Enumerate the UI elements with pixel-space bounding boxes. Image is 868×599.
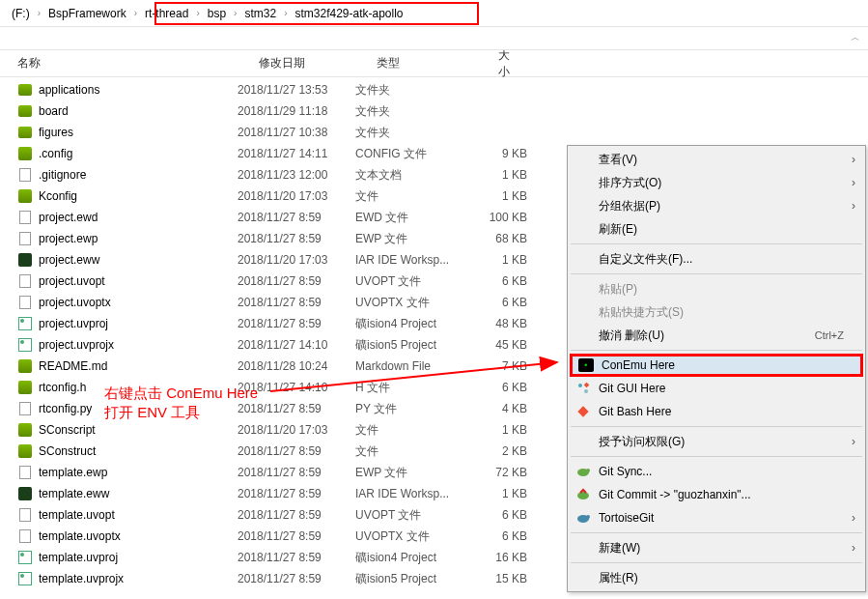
breadcrumb-drive[interactable]: (F:) <box>8 5 34 22</box>
file-icon <box>17 337 33 353</box>
file-date: 2018/11/27 8:59 <box>238 402 355 415</box>
file-size: 6 KB <box>469 529 527 543</box>
file-type: IAR IDE Worksp... <box>355 253 469 267</box>
file-icon <box>17 571 33 586</box>
menu-git-sync[interactable]: Git Sync... <box>570 460 863 483</box>
file-date: 2018/11/27 8:59 <box>238 296 355 309</box>
file-icon <box>17 273 33 289</box>
file-name-label: template.uvproj <box>39 551 118 564</box>
file-date: 2018/11/27 8:59 <box>238 444 355 458</box>
chevron-right-icon: › <box>196 8 199 18</box>
breadcrumb-item[interactable]: rt-thread <box>141 5 192 22</box>
breadcrumb: (F:) › BspFramework › rt-thread › bsp › … <box>0 0 868 27</box>
file-size: 2 KB <box>469 444 527 458</box>
chevron-right-icon: › <box>134 8 137 18</box>
file-icon <box>17 465 33 480</box>
file-name-label: rtconfig.py <box>39 402 92 415</box>
file-name-label: template.uvopt <box>39 508 115 522</box>
file-type: CONFIG 文件 <box>355 146 469 162</box>
file-name-label: project.uvopt <box>39 274 105 288</box>
file-icon <box>17 188 33 204</box>
file-date: 2018/11/23 12:00 <box>238 168 355 182</box>
header-name[interactable]: 名称 <box>17 55 259 71</box>
menu-git-bash[interactable]: Git Bash Here <box>570 400 863 423</box>
file-name-label: figures <box>39 126 73 139</box>
tortoise-icon <box>575 488 591 501</box>
menu-undo[interactable]: 撤消 删除(U)Ctrl+Z <box>570 324 863 347</box>
file-type: UVOPTX 文件 <box>355 295 469 311</box>
file-row[interactable]: board2018/11/29 11:18文件夹 <box>0 100 868 122</box>
svg-point-7 <box>586 469 590 472</box>
file-date: 2018/11/27 8:59 <box>238 317 355 330</box>
file-icon <box>17 528 33 544</box>
menu-git-commit[interactable]: Git Commit -> "guozhanxin"... <box>570 483 863 506</box>
file-name-label: applications <box>39 83 99 97</box>
file-date: 2018/11/27 8:59 <box>238 487 355 500</box>
menu-grant-access[interactable]: 授予访问权限(G)› <box>570 430 863 453</box>
tortoise-icon <box>575 465 591 478</box>
file-size: 6 KB <box>469 508 527 522</box>
file-date: 2018/11/27 8:59 <box>238 508 355 522</box>
menu-group[interactable]: 分组依据(P)› <box>570 194 863 217</box>
file-icon <box>17 507 33 523</box>
svg-point-8 <box>577 492 589 499</box>
git-icon <box>576 382 590 395</box>
file-date: 2018/11/27 8:59 <box>238 529 355 543</box>
git-icon <box>576 405 590 418</box>
file-icon <box>17 550 33 565</box>
breadcrumb-item[interactable]: bsp <box>204 5 230 22</box>
file-type: UVOPT 文件 <box>355 273 469 290</box>
file-date: 2018/11/27 13:53 <box>238 83 355 97</box>
menu-view[interactable]: 查看(V)› <box>570 148 863 171</box>
menu-refresh[interactable]: 刷新(E) <box>570 217 863 241</box>
file-icon <box>17 295 33 310</box>
chevron-up-icon[interactable]: ︿ <box>851 31 860 44</box>
menu-separator <box>571 426 862 427</box>
file-size: 1 KB <box>469 168 527 182</box>
file-name-label: README.md <box>39 359 107 373</box>
file-size: 15 KB <box>469 572 527 585</box>
header-size[interactable]: 大小 <box>490 47 548 80</box>
file-type: EWP 文件 <box>355 231 469 247</box>
breadcrumb-item[interactable]: stm32f429-atk-apollo <box>291 5 406 22</box>
nav-bar: ︿ <box>0 27 868 50</box>
file-type: IAR IDE Worksp... <box>355 487 469 500</box>
file-type: 文本文档 <box>355 167 469 184</box>
menu-separator <box>571 273 862 274</box>
file-size: 4 KB <box>469 402 527 415</box>
file-type: EWP 文件 <box>355 465 469 481</box>
file-type: 礦ision4 Project <box>355 316 469 332</box>
menu-tortoisegit[interactable]: TortoiseGit› <box>570 506 863 529</box>
file-icon <box>17 146 33 161</box>
file-type: 文件 <box>355 422 469 439</box>
file-type: 文件夹 <box>355 82 469 99</box>
chevron-right-icon: › <box>38 8 41 18</box>
menu-git-gui[interactable]: Git GUI Here <box>570 377 863 400</box>
file-date: 2018/11/20 17:03 <box>238 253 355 267</box>
menu-customize[interactable]: 自定义文件夹(F)... <box>570 247 863 271</box>
file-icon <box>17 422 33 438</box>
svg-point-3 <box>578 384 582 387</box>
menu-conemu-here[interactable]: ▪ConEmu Here <box>570 354 863 377</box>
breadcrumb-item[interactable]: BspFramework <box>44 5 130 22</box>
file-row[interactable]: figures2018/11/27 10:38文件夹 <box>0 122 868 143</box>
header-date[interactable]: 修改日期 <box>259 55 377 71</box>
file-name-label: template.ewp <box>39 466 107 479</box>
file-size: 100 KB <box>469 211 527 224</box>
file-icon <box>17 358 33 374</box>
menu-properties[interactable]: 属性(R) <box>570 566 863 589</box>
file-icon <box>17 486 33 501</box>
file-name-label: SConscript <box>39 423 96 437</box>
menu-new[interactable]: 新建(W)› <box>570 536 863 559</box>
file-type: 礦ision5 Project <box>355 337 469 354</box>
menu-sort[interactable]: 排序方式(O)› <box>570 171 863 194</box>
header-type[interactable]: 类型 <box>377 55 490 71</box>
file-name-label: .config <box>39 147 72 160</box>
file-date: 2018/11/27 8:59 <box>238 572 355 585</box>
file-size: 1 KB <box>469 423 527 437</box>
file-icon <box>17 380 33 395</box>
menu-paste: 粘贴(P) <box>570 277 863 300</box>
breadcrumb-item[interactable]: stm32 <box>240 5 280 22</box>
column-headers: 名称 修改日期 类型 大小 <box>0 50 868 77</box>
file-row[interactable]: applications2018/11/27 13:53文件夹 <box>0 79 868 100</box>
